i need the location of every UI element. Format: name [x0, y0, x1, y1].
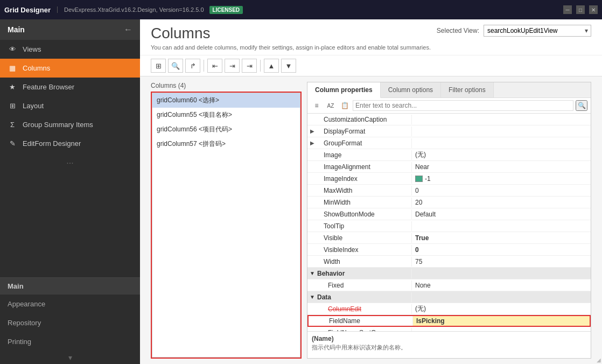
prop-row-width: Width 75	[307, 256, 591, 268]
props-clipboard-button[interactable]: 📋	[339, 100, 351, 111]
sidebar-bottom-header: Main	[0, 278, 140, 295]
tab-column-options[interactable]: Column options	[381, 82, 441, 97]
close-button[interactable]: ✕	[589, 5, 598, 14]
sidebar-item-group-summary[interactable]: Σ Group Summary Items	[0, 115, 140, 134]
column-item-col60[interactable]: gridColumn60 <选择>	[152, 93, 300, 108]
properties-panel: Column properties Column options Filter …	[307, 82, 591, 359]
sidebar-item-layout[interactable]: ⊞ Layout	[0, 96, 140, 115]
sidebar-item-views[interactable]: 👁 Views	[0, 40, 140, 59]
properties-table: CustomizationCaption ▶ DisplayFormat ▶ G…	[307, 114, 591, 331]
maximize-button[interactable]: □	[576, 5, 585, 14]
sidebar-header: Main ←	[0, 19, 140, 40]
columns-list-panel: Columns (4) gridColumn60 <选择> gridColumn…	[151, 82, 302, 359]
prop-row-display-format[interactable]: ▶ DisplayFormat	[307, 125, 591, 137]
selected-view-dropdown[interactable]: searchLookUpEdit1View	[484, 25, 591, 37]
props-desc-title: (Name)	[312, 335, 586, 342]
prop-row-field-name: FieldName IsPicking	[307, 315, 591, 327]
sidebar-bottom: Main Appearance Repository Printing ▾	[0, 277, 140, 364]
prop-row-visible-index: VisibleIndex 0	[307, 244, 591, 256]
tab-filter-options[interactable]: Filter options	[441, 82, 494, 97]
layout-icon: ⊞	[8, 102, 17, 110]
sidebar-item-appearance[interactable]: Appearance	[0, 295, 140, 313]
sidebar-item-label: Columns	[23, 64, 50, 72]
prop-row-image: Image (无)	[307, 149, 591, 161]
prop-row-min-width: MinWidth 20	[307, 197, 591, 208]
columns-icon: ▦	[8, 64, 17, 72]
minimize-button[interactable]: ─	[563, 5, 572, 14]
props-sort-button[interactable]: ≡	[311, 100, 323, 111]
columns-list: gridColumn60 <选择> gridColumn55 <项目名称> gr…	[152, 93, 300, 358]
app-subtitle: DevExpress.XtraGrid.v16.2.Design, Versio…	[57, 6, 204, 13]
prop-row-group-format[interactable]: ▶ GroupFormat	[307, 137, 591, 149]
prop-row-column-edit: ColumnEdit (无)	[307, 303, 591, 315]
sidebar-back-button[interactable]: ←	[124, 25, 132, 34]
content-top: Columns You can add and delete columns, …	[140, 19, 602, 55]
page-title: Columns	[151, 25, 431, 42]
column-item-col57[interactable]: gridColumn57 <拼音码>	[152, 137, 300, 151]
sidebar-item-label: Layout	[23, 102, 44, 110]
prop-row-tooltip: ToolTip	[307, 220, 591, 232]
licensed-badge: LICENSED	[209, 6, 243, 14]
sidebar-dots: ...	[0, 153, 140, 169]
views-icon: 👁	[8, 45, 17, 53]
prop-section-behavior: ▼ Behavior	[307, 268, 591, 279]
selected-view-dropdown-wrapper[interactable]: searchLookUpEdit1View	[484, 25, 591, 37]
prop-row-visible: Visible True	[307, 232, 591, 244]
sidebar-item-label: Group Summary Items	[23, 121, 93, 129]
props-desc-text: 指示代码中用来标识该对象的名称。	[312, 344, 586, 352]
toolbar-grid-button[interactable]: ⊞	[151, 59, 166, 73]
sidebar-item-printing[interactable]: Printing	[0, 332, 140, 351]
sidebar-item-label: EditForm Designer	[23, 139, 81, 148]
props-search-input[interactable]	[353, 100, 573, 111]
selected-view-area: Selected View: searchLookUpEdit1View	[437, 25, 591, 37]
toolbar-down-button[interactable]: ▼	[281, 59, 296, 73]
props-az-button[interactable]: AZ	[324, 100, 338, 111]
sidebar: Main ← 👁 Views ▦ Columns ★ Feature Brows…	[0, 19, 140, 364]
sidebar-item-columns[interactable]: ▦ Columns	[0, 59, 140, 78]
toolbar-separator-2	[260, 60, 261, 72]
editform-icon: ✎	[8, 139, 17, 148]
prop-row-fixed: Fixed None	[307, 279, 591, 291]
prop-row-fieldname-sort-group: FieldNameSortGroup	[307, 327, 591, 331]
prop-row-max-width: MaxWidth 0	[307, 185, 591, 197]
prop-row-image-index: ImageIndex -1	[307, 173, 591, 185]
columns-highlight-box: gridColumn60 <选择> gridColumn55 <项目名称> gr…	[151, 92, 302, 359]
sidebar-item-label: Feature Browser	[23, 83, 74, 91]
prop-row-customization-caption: CustomizationCaption	[307, 114, 591, 125]
toolbar-center-button[interactable]: ⇥	[225, 59, 240, 73]
main-panel: Columns (4) gridColumn60 <选择> gridColumn…	[140, 76, 602, 364]
props-search-icons: ≡ AZ 📋	[311, 100, 351, 111]
column-item-col56[interactable]: gridColumn56 <项目代码>	[152, 122, 300, 137]
sidebar-collapse-button[interactable]: ▾	[0, 351, 140, 364]
feature-browser-icon: ★	[8, 83, 17, 91]
column-item-col55[interactable]: gridColumn55 <项目名称>	[152, 108, 300, 122]
columns-list-header: Columns (4)	[151, 82, 302, 89]
toolbar-add-button[interactable]: ↱	[185, 59, 200, 73]
tab-column-properties[interactable]: Column properties	[307, 82, 381, 98]
toolbar: ⊞ 🔍 ↱ ⇤ ⇥ ⇥ ▲ ▼	[140, 55, 602, 76]
props-search-execute-button[interactable]: 🔍	[576, 100, 587, 111]
app-body: Main ← 👁 Views ▦ Columns ★ Feature Brows…	[0, 19, 602, 364]
content-description: You can add and delete columns, modify t…	[151, 44, 431, 51]
app-title: Grid Designer	[4, 6, 51, 14]
sidebar-item-repository[interactable]: Repository	[0, 313, 140, 332]
sidebar-item-feature-browser[interactable]: ★ Feature Browser	[0, 78, 140, 96]
sidebar-item-editform[interactable]: ✎ EditForm Designer	[0, 134, 140, 153]
prop-section-data: ▼ Data	[307, 291, 591, 303]
toolbar-move-left-button[interactable]: ⇤	[207, 59, 222, 73]
props-description: (Name) 指示代码中用来标识该对象的名称。	[307, 331, 591, 358]
resize-handle[interactable]: ◢	[597, 357, 601, 363]
props-search-bar: ≡ AZ 📋 🔍	[307, 98, 591, 114]
toolbar-up-button[interactable]: ▲	[264, 59, 279, 73]
image-index-color-swatch	[415, 176, 423, 182]
sidebar-item-label: Views	[23, 45, 41, 53]
window-controls: ─ □ ✕	[563, 5, 598, 14]
toolbar-move-right-button[interactable]: ⇥	[242, 59, 257, 73]
properties-tabs: Column properties Column options Filter …	[307, 82, 591, 98]
group-summary-icon: Σ	[8, 121, 17, 129]
sidebar-title: Main	[8, 25, 25, 34]
title-bar: Grid Designer DevExpress.XtraGrid.v16.2.…	[0, 0, 602, 19]
content-area: Columns You can add and delete columns, …	[140, 19, 602, 364]
prop-row-image-alignment: ImageAlignment Near	[307, 161, 591, 173]
toolbar-search-button[interactable]: 🔍	[168, 59, 183, 73]
